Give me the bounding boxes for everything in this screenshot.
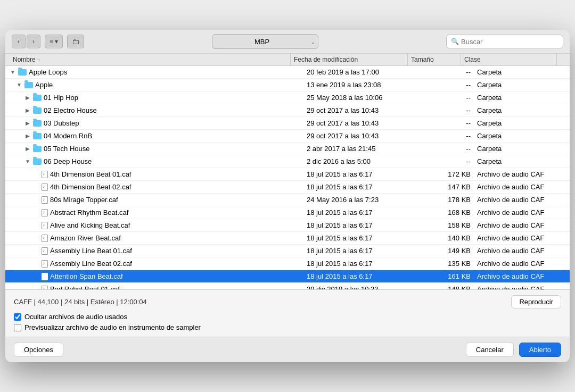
file-name: 05 Tech House bbox=[44, 145, 90, 153]
file-size: 140 KB bbox=[421, 232, 474, 244]
table-row[interactable]: 06 Deep House2 dic 2016 a las 5:00--Carp… bbox=[5, 155, 570, 168]
play-button[interactable]: Reproducir bbox=[511, 295, 561, 308]
expand-triangle[interactable] bbox=[10, 69, 16, 75]
table-row[interactable]: 01 Hip Hop25 May 2018 a las 10:06--Carpe… bbox=[5, 91, 570, 104]
new-folder-button[interactable]: 🗀 bbox=[67, 35, 84, 48]
file-modified: 18 jul 2015 a las 6:17 bbox=[303, 168, 421, 180]
table-row[interactable]: Apple Loops20 feb 2019 a las 17:00--Carp… bbox=[5, 66, 570, 79]
location-select[interactable]: MBP bbox=[212, 34, 318, 49]
col-header-modified[interactable]: Fecha de modificación bbox=[291, 54, 408, 65]
table-row[interactable]: Attention Span Beat.caf18 jul 2015 a las… bbox=[5, 270, 570, 283]
view-options-button[interactable]: ≡ ▾ bbox=[45, 35, 63, 48]
list-view-icon: ≡ bbox=[50, 38, 53, 45]
col-header-name[interactable]: Nombre ↑ bbox=[10, 54, 291, 65]
folder-icon bbox=[33, 159, 42, 165]
expand-triangle[interactable] bbox=[24, 146, 31, 152]
file-name: Bad Robot Beat 01.caf bbox=[50, 285, 120, 289]
table-row[interactable]: Apple13 ene 2019 a las 23:08--Carpeta bbox=[5, 79, 570, 91]
table-row[interactable]: 4th Dimension Beat 02.caf18 jul 2015 a l… bbox=[5, 181, 570, 194]
table-row[interactable]: 02 Electro House29 oct 2017 a las 10:43-… bbox=[5, 104, 570, 117]
preview-checkbox[interactable] bbox=[14, 324, 21, 331]
file-type: Carpeta bbox=[474, 117, 570, 129]
file-name: 03 Dubstep bbox=[44, 119, 79, 127]
options-button[interactable]: Opciones bbox=[14, 343, 63, 357]
file-size: 172 KB bbox=[421, 168, 474, 180]
folder-icon bbox=[18, 69, 27, 76]
file-modified: 18 jul 2015 a las 6:17 bbox=[303, 270, 421, 282]
file-name: Assembly Line Beat 02.caf bbox=[50, 260, 132, 268]
file-name: 4th Dimension Beat 02.caf bbox=[50, 183, 131, 191]
file-modified: 2 dic 2016 a las 5:00 bbox=[303, 155, 421, 168]
file-name: 01 Hip Hop bbox=[44, 94, 78, 102]
file-name: Attention Span Beat.caf bbox=[50, 272, 123, 280]
file-size: -- bbox=[421, 143, 474, 155]
expand-triangle[interactable] bbox=[16, 82, 22, 88]
col-header-type[interactable]: Clase bbox=[461, 54, 557, 65]
file-modified: 18 jul 2015 a las 6:17 bbox=[303, 232, 421, 244]
file-type: Archivo de audio CAF bbox=[474, 168, 570, 180]
preview-label[interactable]: Previsualizar archivo de audio en instru… bbox=[14, 323, 561, 331]
open-button[interactable]: Abierto bbox=[519, 343, 561, 357]
table-row[interactable]: Assembly Line Beat 01.caf18 jul 2015 a l… bbox=[5, 245, 570, 257]
table-row[interactable]: Alive and Kicking Beat.caf18 jul 2015 a … bbox=[5, 219, 570, 232]
file-type: Archivo de audio CAF bbox=[474, 257, 570, 270]
expand-triangle[interactable] bbox=[24, 107, 31, 113]
file-modified: 24 May 2016 a las 7:23 bbox=[303, 194, 421, 206]
file-name: Abstract Rhythm Beat.caf bbox=[50, 208, 128, 216]
search-icon: 🔍 bbox=[451, 38, 459, 45]
table-row[interactable]: Bad Robot Beat 01.caf29 dic 2019 a las 1… bbox=[5, 283, 570, 289]
file-size: -- bbox=[421, 130, 474, 142]
table-row[interactable]: 03 Dubstep29 oct 2017 a las 10:43--Carpe… bbox=[5, 117, 570, 130]
folder-icon: 🗀 bbox=[72, 37, 79, 46]
table-row[interactable]: Abstract Rhythm Beat.caf18 jul 2015 a la… bbox=[5, 206, 570, 219]
cancel-button[interactable]: Cancelar bbox=[466, 343, 514, 357]
file-name: Assembly Line Beat 01.caf bbox=[50, 247, 132, 255]
col-header-size[interactable]: Tamaño bbox=[408, 54, 461, 65]
table-row[interactable]: 4th Dimension Beat 01.caf18 jul 2015 a l… bbox=[5, 168, 570, 181]
table-row[interactable]: 05 Tech House2 abr 2017 a las 21:45--Car… bbox=[5, 143, 570, 155]
table-row[interactable]: 80s Mirage Topper.caf24 May 2016 a las 7… bbox=[5, 194, 570, 206]
expand-triangle[interactable] bbox=[24, 95, 31, 101]
search-input[interactable] bbox=[461, 38, 558, 46]
audio-file-icon bbox=[42, 247, 48, 255]
bottom-panel: CAFF | 44,100 | 24 bits | Estéreo | 12:0… bbox=[5, 289, 570, 337]
expand-triangle[interactable] bbox=[24, 159, 31, 164]
file-modified: 13 ene 2019 a las 23:08 bbox=[303, 79, 421, 91]
hide-used-text: Ocultar archivos de audio usados bbox=[24, 313, 127, 321]
file-modified: 29 oct 2017 a las 10:43 bbox=[303, 130, 421, 142]
file-size: 178 KB bbox=[421, 194, 474, 206]
file-size: 149 KB bbox=[421, 245, 474, 257]
file-modified: 29 oct 2017 a las 10:43 bbox=[303, 104, 421, 116]
expand-triangle[interactable] bbox=[24, 133, 31, 139]
file-type: Carpeta bbox=[474, 66, 570, 78]
table-row[interactable]: 04 Modern RnB29 oct 2017 a las 10:43--Ca… bbox=[5, 130, 570, 143]
file-type: Archivo de audio CAF bbox=[474, 181, 570, 193]
audio-file-icon bbox=[42, 171, 48, 178]
audio-file-icon bbox=[42, 222, 48, 229]
back-button[interactable]: ‹ bbox=[12, 35, 26, 48]
audio-file-icon bbox=[42, 273, 48, 280]
audio-file-icon bbox=[42, 209, 48, 216]
file-name: Apple Loops bbox=[29, 68, 67, 76]
view-chevron-icon: ▾ bbox=[55, 38, 58, 45]
file-size: -- bbox=[421, 104, 474, 116]
file-list: Apple Loops20 feb 2019 a las 17:00--Carp… bbox=[5, 66, 570, 289]
hide-used-label[interactable]: Ocultar archivos de audio usados bbox=[14, 313, 561, 321]
file-name: 02 Electro House bbox=[44, 106, 97, 114]
file-size: -- bbox=[421, 79, 474, 91]
table-row[interactable]: Assembly Line Beat 02.caf18 jul 2015 a l… bbox=[5, 257, 570, 270]
file-type: Carpeta bbox=[474, 143, 570, 155]
table-row[interactable]: Amazon River Beat.caf18 jul 2015 a las 6… bbox=[5, 232, 570, 245]
footer: Opciones Cancelar Abierto bbox=[5, 337, 570, 362]
file-modified: 29 dic 2019 a las 10:33 bbox=[303, 283, 421, 289]
file-modified: 18 jul 2015 a las 6:17 bbox=[303, 219, 421, 231]
audio-file-icon bbox=[42, 286, 48, 290]
file-modified: 2 abr 2017 a las 21:45 bbox=[303, 143, 421, 155]
file-modified: 18 jul 2015 a las 6:17 bbox=[303, 245, 421, 257]
forward-button[interactable]: › bbox=[27, 35, 40, 48]
expand-triangle[interactable] bbox=[24, 120, 31, 126]
file-size: -- bbox=[421, 66, 474, 78]
file-type: Archivo de audio CAF bbox=[474, 232, 570, 244]
hide-used-checkbox[interactable] bbox=[14, 313, 21, 321]
preview-text: Previsualizar archivo de audio en instru… bbox=[24, 323, 201, 331]
